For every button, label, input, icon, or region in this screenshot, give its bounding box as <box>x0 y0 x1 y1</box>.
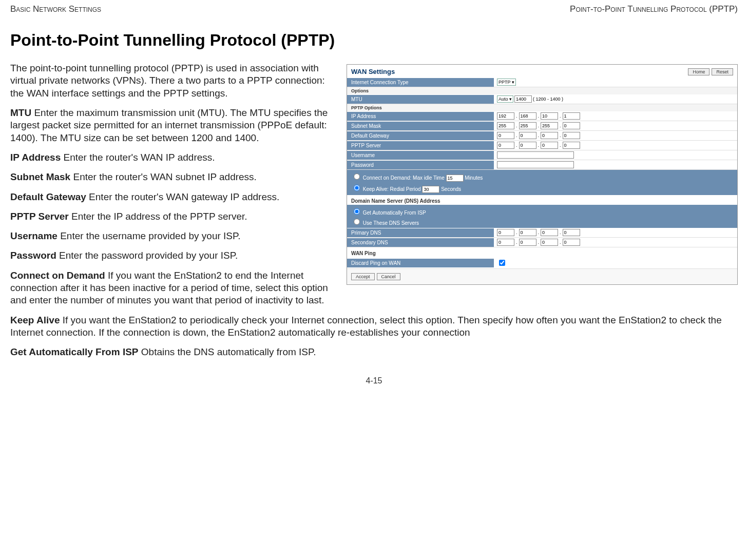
ss-srv-label: PPTP Server <box>347 141 494 150</box>
ss-srv-1[interactable] <box>497 142 514 149</box>
ss-ict-label: Internet Connection Type <box>347 78 494 87</box>
ss-mtu-range: ( 1200 - 1400 ) <box>533 96 563 102</box>
ss-dns-auto-radio[interactable] <box>354 208 360 215</box>
ss-sdns-3[interactable] <box>541 239 558 246</box>
ss-discard-label: Discard Ping on WAN <box>347 259 494 267</box>
ss-gw-label: Default Gateway <box>347 131 494 140</box>
ss-wanping-head: WAN Ping <box>347 247 737 257</box>
page-number: 4-15 <box>10 366 738 391</box>
ss-mask-4[interactable] <box>563 122 580 129</box>
ss-pdns-2[interactable] <box>519 229 536 236</box>
ss-dns-head: Domain Name Server (DNS) Address <box>347 195 737 205</box>
ss-pptp-head: PPTP Options <box>347 104 737 111</box>
ss-sdns-4[interactable] <box>563 239 580 246</box>
ss-sdns-2[interactable] <box>519 239 536 246</box>
ss-sdns-label: Secondary DNS <box>347 238 494 247</box>
ss-gw-4[interactable] <box>563 132 580 139</box>
ss-pdns-4[interactable] <box>563 229 580 236</box>
ss-ka-unit: Seconds <box>441 186 461 192</box>
ss-pass-input[interactable] <box>497 161 574 168</box>
ss-gw-2[interactable] <box>519 132 536 139</box>
ss-mtu-label: MTU <box>347 95 494 104</box>
ss-ka-radio[interactable] <box>354 185 360 191</box>
ss-ip-label: IP Address <box>347 112 494 121</box>
wan-settings-screenshot: WAN Settings Home Reset Internet Connect… <box>347 64 738 285</box>
ss-mask-1[interactable] <box>497 122 514 129</box>
ss-ip-1[interactable] <box>497 112 514 120</box>
ss-cancel-button[interactable]: Cancel <box>377 273 400 280</box>
ss-pdns-label: Primary DNS <box>347 228 494 237</box>
ss-mask-2[interactable] <box>519 122 536 129</box>
ss-user-input[interactable] <box>497 151 574 159</box>
ss-ka-label: Keep Alive: Redial Period <box>363 186 421 192</box>
ss-accept-button[interactable]: Accept <box>351 273 375 280</box>
ss-srv-3[interactable] <box>541 142 558 149</box>
ss-dns-use-label: Use These DNS Servers <box>363 220 419 226</box>
ss-ip-4[interactable] <box>563 112 580 120</box>
running-header-left: Basic Network Settings <box>10 4 101 14</box>
ss-dns-use-radio[interactable] <box>354 219 360 225</box>
ss-sdns-1[interactable] <box>497 239 514 246</box>
ss-cod-label: Connect on Demand: Max idle Time <box>363 175 445 181</box>
ss-options-head: Options <box>347 87 737 94</box>
ss-ict-select[interactable]: PPTP ▾ <box>497 79 516 86</box>
ss-mtu-mode[interactable]: Auto ▾ <box>497 95 513 103</box>
ss-user-label: Username <box>347 151 494 160</box>
ss-dns-auto-label: Get Automatically From ISP <box>363 210 426 216</box>
ss-title: WAN Settings <box>351 68 395 75</box>
def-ka: Keep Alive If you want the EnStation2 to… <box>10 314 738 339</box>
page-title: Point-to-Point Tunnelling Protocol (PPTP… <box>10 31 738 50</box>
ss-home-button[interactable]: Home <box>688 68 709 75</box>
ss-mask-3[interactable] <box>541 122 558 129</box>
ss-srv-4[interactable] <box>563 142 580 149</box>
ss-mask-label: Subnet Mask <box>347 122 494 130</box>
ss-ip-3[interactable] <box>541 112 558 120</box>
ss-mtu-input[interactable] <box>514 95 532 103</box>
ss-discard-check[interactable] <box>499 260 505 266</box>
ss-ip-2[interactable] <box>519 112 536 120</box>
def-auto: Get Automatically From ISP Obtains the D… <box>10 346 738 358</box>
ss-gw-1[interactable] <box>497 132 514 139</box>
ss-cod-input[interactable] <box>446 175 464 182</box>
ss-cod-unit: Minutes <box>465 175 483 181</box>
ss-pdns-1[interactable] <box>497 229 514 236</box>
ss-gw-3[interactable] <box>541 132 558 139</box>
ss-ka-input[interactable] <box>422 186 439 193</box>
ss-cod-radio[interactable] <box>354 173 360 180</box>
ss-reset-button[interactable]: Reset <box>712 68 733 75</box>
ss-pdns-3[interactable] <box>541 229 558 236</box>
ss-pass-label: Password <box>347 161 494 169</box>
ss-srv-2[interactable] <box>519 142 536 149</box>
running-header-right: Point-to-Point Tunnelling Protocol (PPTP… <box>570 4 738 14</box>
